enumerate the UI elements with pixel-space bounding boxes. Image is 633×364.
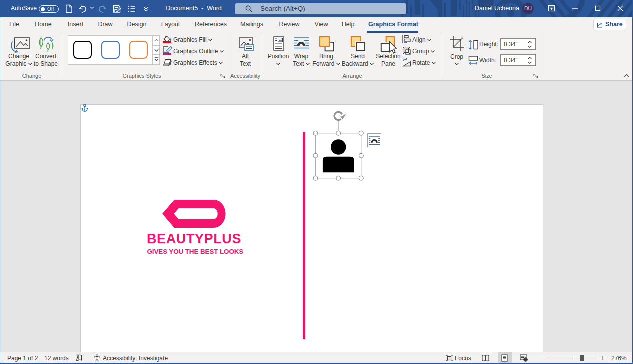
svg-text:GIVES YOU THE BEST LOOKS: GIVES YOU THE BEST LOOKS <box>148 248 244 256</box>
svg-text:BEAUTYPLUS: BEAUTYPLUS <box>147 232 242 246</box>
